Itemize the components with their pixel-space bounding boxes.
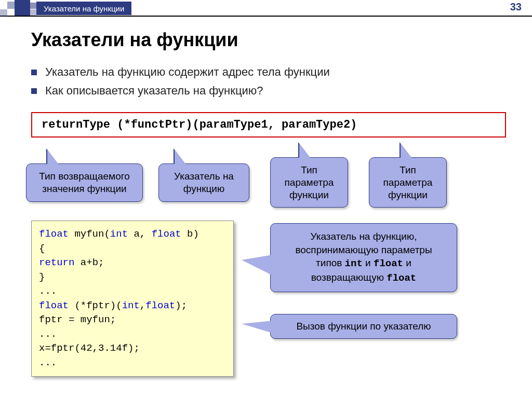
bullet-icon: [31, 70, 37, 75]
slide-content: Указатели на функции Указатель на функци…: [0, 17, 532, 226]
topbar-strip: Указатели на функции: [36, 2, 131, 15]
topbar-label: Указатели на функции: [44, 4, 124, 13]
logo-squares: [0, 0, 36, 17]
callout-row: Тип возвращаемого значения функции Указа…: [31, 138, 506, 226]
syntax-text: returnType (*functPtr)(paramType1, param…: [42, 118, 357, 131]
syntax-declaration: returnType (*functPtr)(paramType1, param…: [31, 112, 506, 138]
callout-param1: Тип параметра функции: [270, 157, 348, 208]
bullet-list: Указатель на функцию содержит адрес тела…: [31, 65, 506, 98]
callout-param2: Тип параметра функции: [369, 157, 447, 208]
callout-call-by-ptr: Вызов функции по указателю: [270, 314, 457, 339]
bullet-item: Как описывается указатель на функцию?: [31, 84, 506, 98]
slide-title: Указатели на функции: [31, 29, 506, 51]
page-number: 33: [510, 1, 522, 13]
callout-return-type: Тип возвращаемого значения функции: [26, 163, 143, 202]
bullet-icon: [31, 88, 37, 94]
callout-func-ptr: Указатель на функцию: [158, 163, 249, 202]
code-example: float myfun(int a, float b) { return a+b…: [31, 221, 234, 377]
callout-ptr-description: Указатель на функцию, воспринимающую пар…: [270, 223, 457, 292]
bullet-text: Как описывается указатель на функцию?: [45, 84, 263, 98]
bullet-text: Указатель на функцию содержит адрес тела…: [45, 65, 330, 79]
bullet-item: Указатель на функцию содержит адрес тела…: [31, 65, 506, 79]
slide-topbar: Указатели на функции 33: [0, 0, 532, 17]
